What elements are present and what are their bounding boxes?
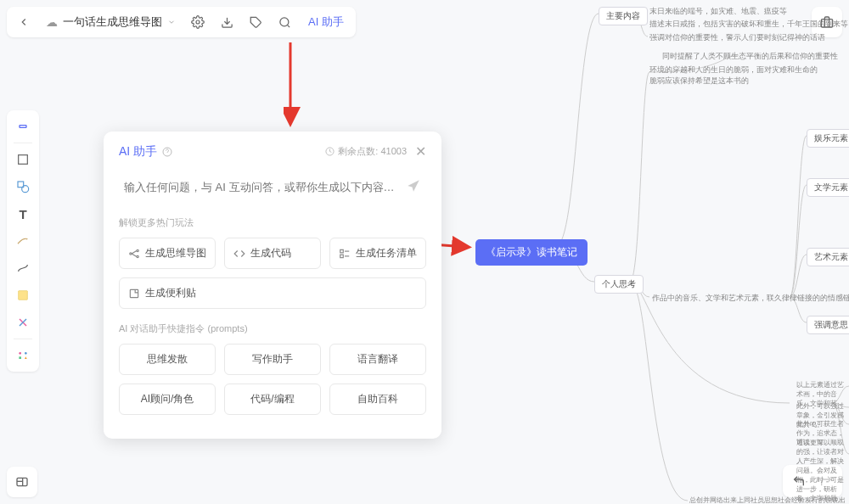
tag-button[interactable] bbox=[242, 8, 269, 36]
svg-line-4 bbox=[287, 25, 290, 27]
option-code[interactable]: 生成代码 bbox=[224, 238, 321, 269]
annotation-arrow-1 bbox=[284, 42, 309, 127]
gear-icon bbox=[191, 15, 205, 29]
svg-point-0 bbox=[196, 20, 200, 24]
prompt-role[interactable]: AI顾问/角色 bbox=[119, 384, 216, 415]
document-name[interactable]: ☁ 一句话生成思维导图 bbox=[39, 8, 183, 36]
svg-marker-14 bbox=[25, 356, 27, 359]
option-mindmap[interactable]: 生成思维导图 bbox=[119, 238, 216, 269]
mindmap-node[interactable]: 娱乐元素 bbox=[807, 129, 849, 148]
svg-point-9 bbox=[22, 186, 29, 193]
mindmap-text[interactable]: 环境的穿越和人的生日的脆弱，面对灾难和生命的脆弱应该保持希望是这本书的 bbox=[649, 64, 819, 87]
svg-rect-10 bbox=[19, 291, 28, 300]
mindmap-text[interactable]: 描述末日戒指，包括灾害的破坏和重生，千年王国的到来等 bbox=[649, 19, 848, 30]
prompt-translate[interactable]: 语言翻译 bbox=[329, 344, 426, 375]
prompt-writing[interactable]: 写作助手 bbox=[224, 344, 321, 375]
chevron-down-icon bbox=[167, 18, 176, 26]
document-name-text: 一句话生成思维导图 bbox=[63, 14, 162, 30]
tool-text[interactable]: T bbox=[10, 201, 36, 227]
close-button[interactable]: ✕ bbox=[415, 143, 426, 160]
mindmap-text[interactable]: 通读，可以顺取的强，让读者对人产生深，解决问题。会对及相，此时，可是进一步，研析… bbox=[796, 438, 849, 504]
svg-line-29 bbox=[132, 254, 137, 257]
bottom-left-button[interactable] bbox=[7, 467, 37, 497]
svg-rect-13 bbox=[19, 356, 21, 359]
svg-point-27 bbox=[137, 255, 138, 257]
svg-rect-6 bbox=[20, 126, 26, 128]
hot-section-label: 解锁更多热门玩法 bbox=[119, 216, 426, 229]
mindmap-canvas[interactable]: 《启示录》读书笔记 主要内容 个人思考 末日来临的端号，如灾难、地震、瘟疫等 描… bbox=[467, 0, 849, 504]
mindmap-text[interactable]: 作品中的音乐、文学和艺术元素，联久律律链接的的情感链接 bbox=[652, 293, 849, 304]
mindmap-text[interactable]: 强调对信仰的重要性，警示人们要时刻记得神的话语 bbox=[649, 32, 825, 43]
mindmap-node[interactable]: 艺术元素 bbox=[807, 248, 849, 266]
svg-rect-34 bbox=[130, 289, 138, 297]
prompt-divergent[interactable]: 思维发散 bbox=[119, 344, 216, 375]
mindmap-node[interactable]: 个人思考 bbox=[594, 275, 644, 294]
prompt-wiki[interactable]: 自助百科 bbox=[329, 384, 426, 415]
prompts-section-label: AI 对话助手快捷指令 (prompts) bbox=[119, 322, 426, 335]
svg-rect-30 bbox=[340, 249, 344, 253]
export-icon bbox=[221, 16, 233, 29]
tool-shape[interactable] bbox=[10, 174, 36, 199]
tool-sticky[interactable] bbox=[10, 283, 36, 308]
search-button[interactable] bbox=[271, 8, 298, 36]
mindmap-root[interactable]: 《启示录》读书笔记 bbox=[475, 239, 588, 266]
tool-connector[interactable] bbox=[10, 255, 36, 281]
svg-point-12 bbox=[25, 352, 27, 355]
mindmap-node[interactable]: 文学元素 bbox=[807, 178, 849, 197]
ai-assistant-panel: AI 助手 剩余点数: 41003 ✕ 解锁更多热门玩法 生成思维导图 生成代码 bbox=[104, 132, 441, 439]
help-icon[interactable] bbox=[162, 147, 172, 157]
ai-panel-title: AI 助手 bbox=[119, 144, 172, 160]
sticky-icon bbox=[128, 288, 140, 300]
mindmap-text[interactable]: 末日来临的端号，如灾难、地震、瘟疫等 bbox=[649, 6, 787, 17]
code-icon bbox=[233, 248, 245, 260]
tool-select[interactable] bbox=[10, 114, 36, 139]
tag-icon bbox=[250, 16, 262, 29]
ai-credits: 剩余点数: 41003 bbox=[325, 145, 407, 158]
clock-icon bbox=[325, 147, 335, 156]
svg-line-28 bbox=[132, 250, 137, 254]
prompt-code[interactable]: 代码/编程 bbox=[224, 384, 321, 415]
mindmap-text[interactable]: 总创并网络出来上同社员思想社会经验发行的说说出 bbox=[689, 496, 846, 504]
cloud-icon: ☁ bbox=[46, 15, 58, 29]
mindmap-icon bbox=[128, 248, 140, 260]
svg-point-25 bbox=[130, 252, 132, 254]
option-tasklist[interactable]: 生成任务清单 bbox=[329, 238, 426, 269]
option-sticky[interactable]: 生成便利贴 bbox=[119, 277, 426, 309]
send-icon bbox=[406, 178, 421, 193]
svg-point-26 bbox=[137, 249, 138, 251]
settings-button[interactable] bbox=[184, 8, 211, 36]
ai-assistant-link[interactable]: AI 助手 bbox=[300, 14, 352, 30]
search-icon bbox=[278, 16, 291, 29]
back-button[interactable] bbox=[10, 8, 37, 36]
panel-icon bbox=[15, 475, 29, 489]
mindmap-node[interactable]: 主要内容 bbox=[599, 7, 648, 25]
ai-input[interactable] bbox=[124, 181, 406, 193]
svg-point-11 bbox=[19, 352, 21, 355]
tool-mindmap[interactable] bbox=[10, 310, 36, 335]
mindmap-node[interactable]: 强调意思 bbox=[807, 316, 849, 334]
left-sidebar: T bbox=[7, 110, 39, 372]
top-toolbar: ☁ 一句话生成思维导图 AI 助手 bbox=[7, 7, 356, 37]
send-button[interactable] bbox=[406, 178, 421, 196]
svg-rect-32 bbox=[340, 255, 344, 258]
svg-rect-7 bbox=[19, 155, 28, 165]
tool-pen[interactable] bbox=[10, 228, 36, 254]
export-button[interactable] bbox=[213, 8, 240, 36]
tool-frame[interactable] bbox=[10, 147, 36, 172]
mindmap-text[interactable]: 同时提醒了人类不顾生态平衡的后果和信仰的重要性 bbox=[662, 51, 838, 62]
svg-point-3 bbox=[279, 17, 288, 25]
tasklist-icon bbox=[339, 248, 351, 260]
tool-more[interactable] bbox=[10, 343, 36, 368]
